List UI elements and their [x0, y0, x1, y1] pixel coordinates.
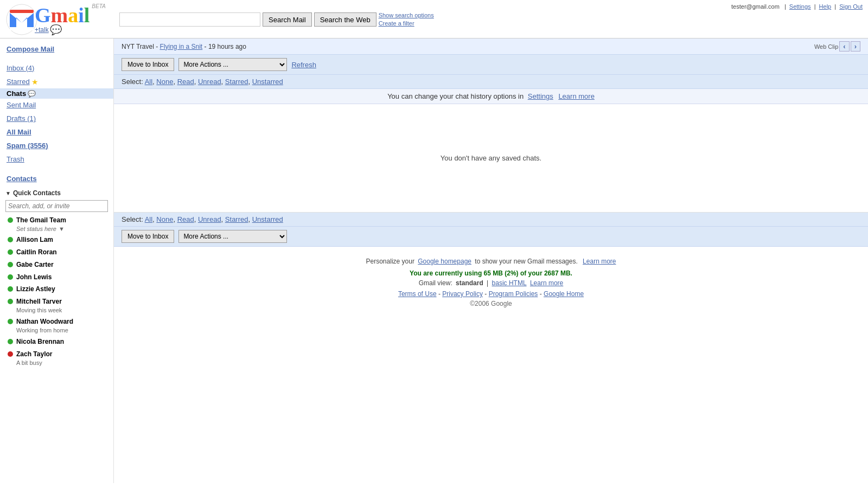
spam-link[interactable]: Spam (3556) [0, 139, 113, 153]
separator-1: | [784, 3, 788, 10]
contact-item-4[interactable]: Lizzie Astley [0, 283, 113, 296]
contact-name-5: Mitchell Tarver [16, 297, 62, 306]
create-filter-link[interactable]: Create a filter [379, 20, 434, 28]
topbar: G m a i l BETA +talk 💬 Search Mail Sea [0, 0, 868, 38]
contact-item-6[interactable]: Nathan WoodwardWorking from home [0, 316, 113, 336]
select-unstarred-link-top[interactable]: Unstarred [252, 78, 283, 86]
comma5: , [248, 78, 252, 86]
all-mail-link[interactable]: All Mail [0, 126, 113, 139]
select-none-link-top[interactable]: None [156, 78, 173, 86]
talk-link[interactable]: +talk [35, 26, 49, 34]
contact-item-1[interactable]: Caitlin Roran [0, 246, 113, 259]
select-label-top: Select: [122, 78, 143, 86]
select-starred-link-top[interactable]: Starred [225, 78, 248, 86]
search-options-area: Show search options Create a filter [379, 11, 434, 28]
contact-name-1: Caitlin Roran [16, 248, 57, 257]
select-all-link-bottom[interactable]: All [145, 215, 152, 223]
bottom-select-bar: Select: All, None, Read, Unread, Starred… [114, 213, 868, 227]
drafts-link[interactable]: Drafts (1) [0, 112, 113, 126]
chat-learn-more-link[interactable]: Learn more [558, 92, 594, 100]
refresh-link[interactable]: Refresh [291, 61, 316, 69]
chat-info-message: You can change your chat history options… [387, 92, 524, 100]
webclip-title-link[interactable]: Flying in a Snit [159, 43, 202, 50]
google-home-link[interactable]: Google Home [544, 290, 584, 298]
logo-area: G m a i l BETA +talk 💬 [5, 3, 119, 36]
webclip-next-button[interactable]: › [851, 41, 860, 52]
quick-contacts-search[interactable] [5, 200, 108, 212]
move-to-inbox-button-top[interactable]: Move to Inbox [122, 58, 174, 71]
select-starred-link-bottom[interactable]: Starred [225, 215, 248, 223]
quick-contacts-label: Quick Contacts [13, 189, 61, 197]
logo-top-row: G m a i l BETA +talk 💬 [5, 3, 106, 36]
webclip-label: Web Clip [814, 43, 838, 50]
logo-text-area: G m a i l BETA +talk 💬 [35, 3, 106, 36]
contact-item-5[interactable]: Mitchell TarverMoving this week [0, 296, 113, 316]
bcomma3: , [194, 215, 198, 223]
svg-rect-1 [10, 10, 34, 13]
contact-dot-0 [8, 237, 13, 242]
move-to-inbox-button-bottom[interactable]: Move to Inbox [122, 230, 174, 243]
select-unread-link-bottom[interactable]: Unread [198, 215, 221, 223]
basic-html-link[interactable]: basic HTML [492, 279, 527, 287]
footer: Personalize your Google homepage to show… [114, 247, 868, 313]
view-learn-more-link[interactable]: Learn more [530, 279, 563, 287]
select-none-link-bottom[interactable]: None [156, 215, 173, 223]
privacy-link[interactable]: Privacy Policy [442, 290, 483, 298]
compose-mail-link[interactable]: Compose Mail [0, 43, 113, 56]
sent-mail-link[interactable]: Sent Mail [0, 99, 113, 112]
quick-contacts-header[interactable]: ▼ Quick Contacts [0, 188, 113, 198]
program-link[interactable]: Program Policies [489, 290, 538, 298]
webclip-prev-button[interactable]: ‹ [839, 41, 849, 52]
settings-link[interactable]: Settings [789, 3, 811, 10]
contacts-list: Allison LamCaitlin RoranGabe CarterJohn … [0, 234, 113, 368]
chat-settings-link[interactable]: Settings [528, 92, 553, 100]
quick-contacts: ▼ Quick Contacts The Gmail Team Set stat… [0, 188, 113, 368]
contact-item-8[interactable]: Zach TaylorA bit busy [0, 348, 113, 368]
select-unstarred-link-bottom[interactable]: Unstarred [252, 215, 283, 223]
google-homepage-link[interactable]: Google homepage [418, 258, 471, 265]
view-separator: | [487, 279, 488, 287]
search-mail-button[interactable]: Search Mail [263, 12, 312, 27]
select-unread-link-top[interactable]: Unread [198, 78, 221, 86]
sidebar: Compose Mail Inbox (4) Starred ★ Chats 💬… [0, 38, 114, 483]
webclip-source: NYT Travel [122, 43, 154, 50]
webclip-nav: Web Clip ‹ › [814, 41, 860, 52]
terms-link[interactable]: Terms of Use [398, 290, 437, 298]
contact-info-4: Lizzie Astley [16, 285, 55, 294]
select-read-link-bottom[interactable]: Read [177, 215, 194, 223]
logo-talk-row[interactable]: +talk 💬 [35, 24, 106, 36]
contacts-link[interactable]: Contacts [0, 174, 113, 184]
inbox-link[interactable]: Inbox (4) [0, 62, 113, 75]
footer-links: Terms of Use - Privacy Policy - Program … [122, 290, 860, 298]
more-actions-select-bottom[interactable]: More Actions ... [178, 230, 287, 243]
search-input[interactable] [119, 12, 260, 27]
contact-item-2[interactable]: Gabe Carter [0, 259, 113, 271]
contact-info-0: Allison Lam [16, 235, 53, 245]
contact-item-3[interactable]: John Lewis [0, 271, 113, 284]
select-read-link-top[interactable]: Read [177, 78, 194, 86]
contact-info-2: Gabe Carter [16, 260, 54, 269]
search-web-button[interactable]: Search the Web [314, 12, 376, 27]
contact-dot-5 [8, 299, 13, 304]
learn-more-personalize-link[interactable]: Learn more [583, 258, 616, 265]
signout-link[interactable]: Sign Out [839, 3, 863, 10]
contact-name-7: Nicola Brennan [16, 337, 64, 346]
select-all-link-top[interactable]: All [145, 78, 152, 86]
logo-beta: BETA [92, 3, 105, 9]
help-link[interactable]: Help [819, 3, 832, 10]
gmail-logo: G m a i l BETA +talk 💬 [5, 3, 106, 36]
more-actions-select-top[interactable]: More Actions ... [178, 58, 287, 71]
trash-link[interactable]: Trash [0, 153, 113, 166]
contact-item-7[interactable]: Nicola Brennan [0, 336, 113, 348]
contact-name-6: Nathan Woodward [16, 317, 73, 326]
contact-status-8: A bit busy [16, 359, 52, 367]
gmail-team-item[interactable]: The Gmail Team [0, 214, 113, 225]
comma2: , [173, 78, 177, 86]
chats-link[interactable]: Chats [7, 89, 26, 98]
status-dropdown-arrow[interactable]: ▼ [59, 226, 65, 232]
chats-row: Chats 💬 [0, 88, 113, 99]
contact-item-0[interactable]: Allison Lam [0, 234, 113, 246]
gmail-team-name: The Gmail Team [16, 216, 66, 225]
starred-link[interactable]: Starred [7, 76, 30, 88]
show-search-options-link[interactable]: Show search options [379, 11, 434, 20]
